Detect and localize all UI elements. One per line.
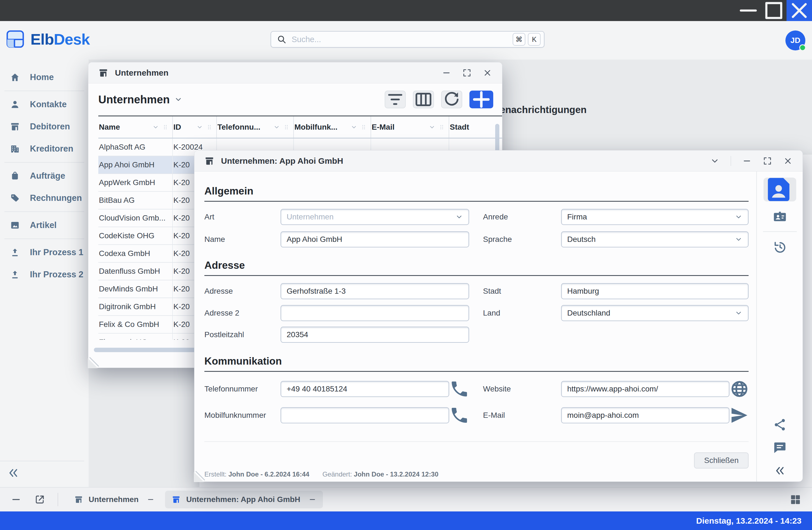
- sidebar-item-rechnungen[interactable]: Rechnungen: [0, 189, 89, 207]
- sidebar-item-label: Debitoren: [30, 121, 70, 132]
- column-header-name[interactable]: Name: [98, 116, 173, 138]
- sidebar-collapse-button[interactable]: [6, 466, 20, 479]
- list-heading-dropdown[interactable]: Unternehmen: [98, 94, 183, 106]
- land-select[interactable]: Deutschland: [561, 305, 749, 321]
- mobilfunknummer-field[interactable]: [280, 407, 449, 423]
- field-label-website: Website: [483, 385, 561, 393]
- drag-handle-icon[interactable]: [361, 124, 367, 131]
- section-divider: [204, 201, 749, 202]
- sprache-select[interactable]: Deutsch: [561, 231, 749, 247]
- history-button[interactable]: [772, 240, 787, 255]
- table-header: Name ID Telefonnu... Mobilfunk... E-Mail…: [98, 116, 502, 139]
- sidebar-item-debitoren[interactable]: Debitoren: [0, 117, 89, 136]
- column-header-stadt[interactable]: Stadt: [449, 116, 502, 138]
- list-window-titlebar[interactable]: Unternehmen: [88, 62, 502, 83]
- globe-icon: [729, 379, 750, 399]
- window-minimize-button[interactable]: [442, 68, 451, 77]
- close-detail-button[interactable]: Schließen: [694, 453, 749, 469]
- minimize-icon[interactable]: [147, 496, 155, 503]
- taskbar-item[interactable]: Unternehmen: App Ahoi GmbH: [165, 491, 323, 508]
- contact-card-tab[interactable]: [764, 177, 796, 201]
- detail-window-titlebar[interactable]: Unternehmen: App Ahoi GmbH: [194, 151, 802, 172]
- add-record-button[interactable]: [469, 90, 493, 108]
- drag-handle-icon[interactable]: [439, 124, 445, 131]
- column-header-email[interactable]: E-Mail: [371, 116, 449, 138]
- column-header-mobilfunknummer[interactable]: Mobilfunk...: [294, 116, 371, 138]
- app-logo[interactable]: ElbDesk: [6, 30, 90, 48]
- os-minimize-button[interactable]: [736, 0, 761, 21]
- window-grid-button[interactable]: [789, 493, 801, 506]
- sidebar-item-label: Aufträge: [30, 171, 65, 181]
- art-select[interactable]: Unternehmen: [280, 209, 469, 225]
- stadt-field[interactable]: Hamburg: [561, 283, 749, 299]
- list-heading-label: Unternehmen: [98, 94, 170, 106]
- chevron-down-icon[interactable]: [351, 124, 357, 130]
- adresse2-field[interactable]: [280, 305, 469, 321]
- call-button[interactable]: [449, 405, 469, 425]
- search-input[interactable]: Suche... ⌘ K: [271, 31, 545, 48]
- plus-icon: [470, 88, 493, 111]
- os-close-button[interactable]: [786, 0, 812, 21]
- column-header-telefonnummer[interactable]: Telefonnu...: [217, 116, 294, 138]
- postleitzahl-field[interactable]: 20354: [280, 327, 469, 343]
- window-expand-button[interactable]: [462, 68, 472, 77]
- call-button[interactable]: [449, 379, 469, 399]
- window-menu-button[interactable]: [710, 156, 720, 166]
- table-cell: Digitronik GmbH: [98, 298, 173, 315]
- adresse-value: Gerhofstraße 1-3: [287, 287, 346, 296]
- name-field[interactable]: App Ahoi GmbH: [280, 231, 469, 247]
- taskbar-items: UnternehmenUnternehmen: App Ahoi GmbH: [68, 491, 323, 508]
- drag-handle-icon[interactable]: [283, 124, 289, 131]
- website-field[interactable]: https://www.app-ahoi.com/: [561, 381, 729, 397]
- sidebar-item-kontakte[interactable]: Kontakte: [0, 95, 89, 114]
- window-minimize-button[interactable]: [742, 156, 752, 166]
- refresh-button[interactable]: [441, 90, 462, 108]
- window-close-button[interactable]: [483, 68, 492, 77]
- filter-button[interactable]: [385, 90, 406, 108]
- adresse-field[interactable]: Gerhofstraße 1-3: [280, 283, 469, 299]
- anrede-select[interactable]: Firma: [561, 209, 749, 225]
- chevron-down-icon[interactable]: [197, 124, 203, 130]
- table-cell: CodeKiste OHG: [98, 227, 173, 244]
- sidebar-item-artikel[interactable]: Artikel: [0, 216, 89, 235]
- field-label-anrede: Anrede: [483, 213, 561, 221]
- field-label-sprache: Sprache: [483, 235, 561, 244]
- field-label-land: Land: [483, 309, 561, 317]
- art-value: Unternehmen: [287, 213, 334, 221]
- id-badge-tab[interactable]: [772, 209, 787, 224]
- sidebar-item-label: Ihr Prozess 1: [30, 247, 83, 257]
- sidebar-item-prozess1[interactable]: Ihr Prozess 1: [0, 243, 89, 262]
- logo-text: ElbDesk: [30, 30, 90, 48]
- field-label-email: E-Mail: [483, 411, 561, 420]
- collapse-toolbar-button[interactable]: [773, 464, 786, 477]
- send-email-button[interactable]: [729, 405, 750, 425]
- expand-icon: [763, 156, 772, 166]
- taskbar-minimize-all-button[interactable]: [11, 494, 21, 505]
- chevron-down-icon[interactable]: [429, 124, 435, 130]
- os-maximize-button[interactable]: [761, 0, 786, 21]
- drag-handle-icon[interactable]: [162, 124, 169, 131]
- drag-handle-icon[interactable]: [206, 124, 213, 131]
- chevron-down-icon: [735, 213, 742, 221]
- email-field[interactable]: moin@app-ahoi.com: [561, 407, 729, 423]
- telefonnummer-field[interactable]: +49 40 40185124: [280, 381, 449, 397]
- chevron-down-icon[interactable]: [273, 124, 280, 130]
- minimize-icon[interactable]: [308, 496, 316, 503]
- comment-button[interactable]: [772, 440, 787, 455]
- avatar[interactable]: JD: [785, 30, 806, 51]
- sidebar-item-auftraege[interactable]: Aufträge: [0, 167, 89, 185]
- window-expand-button[interactable]: [763, 156, 772, 166]
- column-header-id[interactable]: ID: [173, 116, 217, 138]
- open-new-window-button[interactable]: [34, 494, 45, 505]
- sidebar-item-kreditoren[interactable]: Kreditoren: [0, 139, 89, 158]
- sidebar-item-prozess2[interactable]: Ihr Prozess 2: [0, 265, 89, 284]
- sidebar-item-home[interactable]: Home: [0, 68, 89, 87]
- postleitzahl-value: 20354: [287, 330, 308, 339]
- history-icon: [772, 240, 787, 255]
- columns-button[interactable]: [413, 90, 434, 108]
- open-website-button[interactable]: [729, 379, 750, 399]
- taskbar-item[interactable]: Unternehmen: [68, 491, 161, 508]
- share-button[interactable]: [772, 417, 787, 432]
- chevron-down-icon[interactable]: [152, 124, 159, 130]
- window-close-button[interactable]: [783, 156, 793, 166]
